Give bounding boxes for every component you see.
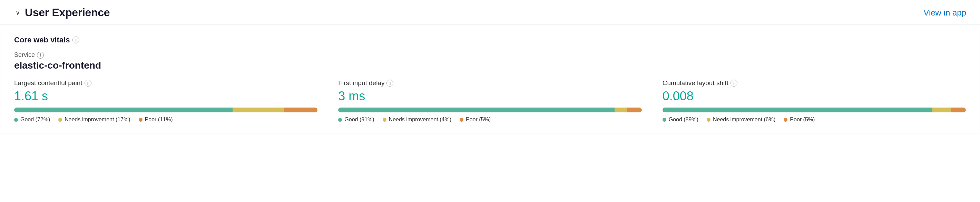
bar-segment <box>14 107 232 112</box>
legend-dot <box>784 118 788 122</box>
legend-label: Good (89%) <box>669 117 698 123</box>
legend-item: Good (89%) <box>663 117 698 123</box>
cwv-info-icon[interactable]: i <box>72 36 80 43</box>
bar-segment <box>284 107 318 112</box>
metric-label-fid: First input delay <box>338 79 384 87</box>
section-header: ∨ User Experience View in app <box>0 0 980 25</box>
legend-item: Poor (11%) <box>139 117 173 123</box>
cwv-title-row: Core web vitals i <box>14 36 966 44</box>
progress-bar-lcp <box>14 107 317 112</box>
legend-label: Poor (11%) <box>145 117 173 123</box>
metric-value-fid: 3 ms <box>338 89 641 103</box>
legend-row-lcp: Good (72%)Needs improvement (17%)Poor (1… <box>14 117 317 123</box>
legend-label: Good (91%) <box>344 117 374 123</box>
legend-label: Poor (5%) <box>466 117 491 123</box>
legend-label: Poor (5%) <box>790 117 815 123</box>
service-info-icon[interactable]: i <box>37 52 44 58</box>
service-name: elastic-co-frontend <box>14 60 966 71</box>
chevron-down-icon[interactable]: ∨ <box>14 9 21 17</box>
bar-segment <box>338 107 614 112</box>
bar-segment <box>614 107 627 112</box>
metric-info-icon-lcp[interactable]: i <box>84 80 91 87</box>
progress-bar-fid <box>338 107 641 112</box>
metric-label-lcp: Largest contentful paint <box>14 79 83 87</box>
legend-item: Good (91%) <box>338 117 374 123</box>
legend-label: Needs improvement (17%) <box>65 117 130 123</box>
bar-segment <box>627 107 642 112</box>
section-title-group: ∨ User Experience <box>14 6 110 19</box>
cwv-title: Core web vitals <box>14 36 70 44</box>
metric-value-cls: 0.008 <box>663 89 966 103</box>
main-content: Core web vitals i Service i elastic-co-f… <box>0 25 980 133</box>
legend-dot <box>707 118 711 122</box>
metric-info-icon-cls[interactable]: i <box>730 80 737 87</box>
legend-label: Good (72%) <box>21 117 50 123</box>
bar-segment <box>232 107 284 112</box>
progress-bar-cls <box>663 107 966 112</box>
legend-row-cls: Good (89%)Needs improvement (6%)Poor (5%… <box>663 117 966 123</box>
view-in-app-link[interactable]: View in app <box>923 8 966 17</box>
metric-block-cls: Cumulative layout shifti0.008Good (89%)N… <box>663 79 966 123</box>
legend-item: Needs improvement (17%) <box>58 117 130 123</box>
legend-item: Good (72%) <box>14 117 50 123</box>
legend-item: Needs improvement (4%) <box>383 117 451 123</box>
metric-block-lcp: Largest contentful painti1.61 sGood (72%… <box>14 79 317 123</box>
metric-info-icon-fid[interactable]: i <box>387 80 393 87</box>
legend-dot <box>58 118 62 122</box>
service-label-row: Service i <box>14 51 966 58</box>
legend-label: Needs improvement (6%) <box>713 117 775 123</box>
legend-item: Poor (5%) <box>460 117 491 123</box>
legend-item: Needs improvement (6%) <box>707 117 775 123</box>
legend-item: Poor (5%) <box>784 117 815 123</box>
metric-block-fid: First input delayi3 msGood (91%)Needs im… <box>338 79 641 123</box>
legend-row-fid: Good (91%)Needs improvement (4%)Poor (5%… <box>338 117 641 123</box>
legend-dot <box>14 118 18 122</box>
bar-segment <box>951 107 966 112</box>
section-title: User Experience <box>25 6 110 19</box>
legend-dot <box>139 118 143 122</box>
legend-dot <box>383 118 387 122</box>
bar-segment <box>663 107 933 112</box>
page-container: ∨ User Experience View in app Core web v… <box>0 0 980 202</box>
metric-value-lcp: 1.61 s <box>14 89 317 103</box>
legend-dot <box>663 118 666 122</box>
legend-label: Needs improvement (4%) <box>389 117 451 123</box>
service-label: Service <box>14 51 35 58</box>
legend-dot <box>460 118 463 122</box>
metric-label-row-cls: Cumulative layout shifti <box>663 79 966 87</box>
metrics-grid: Largest contentful painti1.61 sGood (72%… <box>14 79 966 123</box>
bar-segment <box>932 107 951 112</box>
legend-dot <box>338 118 342 122</box>
metric-label-cls: Cumulative layout shift <box>663 79 729 87</box>
metric-label-row-fid: First input delayi <box>338 79 641 87</box>
metric-label-row-lcp: Largest contentful painti <box>14 79 317 87</box>
